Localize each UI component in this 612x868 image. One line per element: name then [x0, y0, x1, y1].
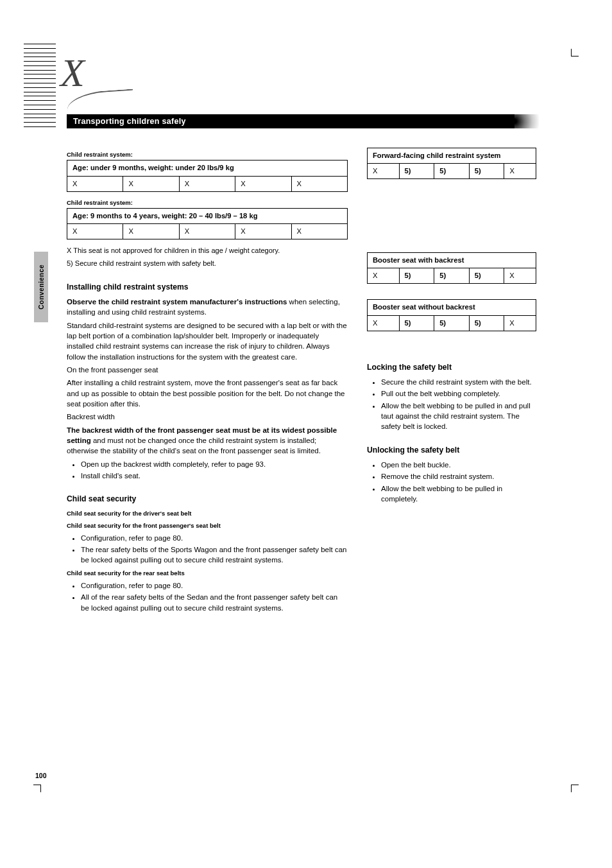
section-title-bar: Transporting children safely [67, 114, 514, 128]
crop-mark-icon [33, 785, 41, 792]
installing-para-2: Standard child-restraint systems are des… [67, 320, 348, 362]
list-item: Remove the child restraint system. [381, 471, 536, 482]
table-cell: X [368, 164, 400, 179]
table-c-head: Forward-facing child restraint system [368, 148, 536, 164]
cs-label-2: Child seat security for the front passen… [67, 521, 348, 530]
table-a-label: Child restraint system: [67, 150, 348, 159]
table-cell: X [291, 176, 347, 191]
locking-steps: Secure the child restraint system with t… [381, 377, 536, 432]
cs-list-2: Configuration, refer to page 80. All of … [81, 580, 348, 613]
main-content: Child restraint system: Age: under 9 mon… [67, 146, 536, 617]
front-seat-subhead: On the front passenger seat [67, 365, 348, 375]
front-seat-para: After installing a child restraint syste… [67, 378, 348, 409]
sect-installing-heading: Installing child restraint systems [67, 282, 348, 293]
backrest-width-steps: Open up the backrest width completely, r… [81, 459, 348, 482]
decorative-rule-stack [24, 44, 56, 127]
list-item: Open the belt buckle. [381, 460, 536, 470]
table-a: Age: under 9 months, weight: under 20 lb… [67, 160, 348, 191]
table-cell: X [123, 224, 179, 239]
list-item: Install child's seat. [81, 471, 348, 481]
table-cell: X [235, 176, 291, 191]
table-cell: X [504, 268, 536, 284]
list-item: Configuration, refer to page 80. [81, 533, 348, 543]
bar-fade-decoration [514, 114, 539, 128]
cs-label-1: Child seat security for the driver's sea… [67, 509, 348, 517]
table-a-head: Age: under 9 months, weight: under 20 lb… [67, 161, 348, 176]
legend-x: X This seat is not approved for children… [67, 246, 348, 256]
table-cell: X [123, 176, 179, 191]
table-cell: X [291, 224, 347, 239]
child-seat-security-heading: Child seat security [67, 494, 348, 505]
right-column: Forward-facing child restraint system X … [367, 146, 536, 617]
table-cell: X [235, 224, 291, 239]
list-item: Secure the child restraint system with t… [381, 377, 536, 387]
table-cell: X [368, 315, 400, 331]
crop-mark-icon [571, 49, 579, 56]
table-cell: 5) [399, 268, 434, 284]
page-number: 100 [35, 772, 47, 779]
table-e-head: Booster seat without backrest [368, 300, 536, 315]
table-d: Booster seat with backrest X 5) 5) 5) X [367, 252, 536, 284]
table-cell: X [504, 315, 536, 331]
table-e: Booster seat without backrest X 5) 5) 5)… [367, 299, 536, 331]
table-cell: X [179, 176, 235, 191]
table-b: Age: 9 months to 4 years, weight: 20 – 4… [67, 208, 348, 239]
unlocking-belt-heading: Unlocking the safety belt [367, 445, 536, 456]
table-b-label: Child restraint system: [67, 198, 348, 207]
list-item: Allow the belt webbing to be pulled in c… [381, 483, 536, 505]
side-tab-label: Convenience [37, 265, 45, 309]
table-cell: 5) [434, 315, 470, 331]
table-cell: X [67, 224, 123, 239]
table-cell: X [368, 268, 400, 284]
table-cell: X [67, 176, 123, 191]
cs-label-3: Child seat security for the rear seat be… [67, 569, 348, 577]
table-cell: 5) [434, 268, 470, 284]
section-title: Transporting children safely [73, 117, 186, 126]
legend-5: 5) Secure child restraint system with sa… [67, 259, 348, 269]
backrest-width-subhead: Backrest width [67, 412, 348, 422]
table-c: Forward-facing child restraint system X … [367, 148, 536, 179]
crop-mark-icon [571, 785, 579, 792]
list-item: Open up the backrest width completely, r… [81, 459, 348, 469]
table-cell: 5) [399, 164, 434, 179]
cs-list-1: Configuration, refer to page 80. The rea… [81, 533, 348, 566]
table-cell: 5) [469, 268, 504, 284]
table-cell: 5) [469, 315, 504, 331]
side-tab: Convenience [34, 252, 48, 322]
unlocking-steps: Open the belt buckle. Remove the child r… [381, 460, 536, 504]
left-column: Child restraint system: Age: under 9 mon… [67, 146, 348, 617]
list-item: All of the rear safety belts of the Seda… [81, 592, 348, 613]
backrest-width-para: The backrest width of the front passenge… [67, 425, 348, 456]
list-item: Configuration, refer to page 80. [81, 580, 348, 591]
table-cell: 5) [399, 315, 434, 331]
table-cell: X [504, 164, 536, 179]
logo-x-icon: X [60, 50, 85, 96]
table-b-head: Age: 9 months to 4 years, weight: 20 – 4… [67, 209, 348, 224]
table-cell: X [179, 224, 235, 239]
list-item: Pull out the belt webbing completely. [381, 388, 536, 399]
list-item: Allow the belt webbing to be pulled in a… [381, 401, 536, 432]
table-cell: 5) [434, 164, 470, 179]
list-item: The rear safety belts of the Sports Wago… [81, 544, 348, 566]
table-cell: 5) [469, 164, 504, 179]
table-d-head: Booster seat with backrest [368, 253, 536, 268]
installing-para-1: Observe the child restraint system manuf… [67, 297, 348, 318]
locking-belt-heading: Locking the safety belt [367, 362, 536, 373]
